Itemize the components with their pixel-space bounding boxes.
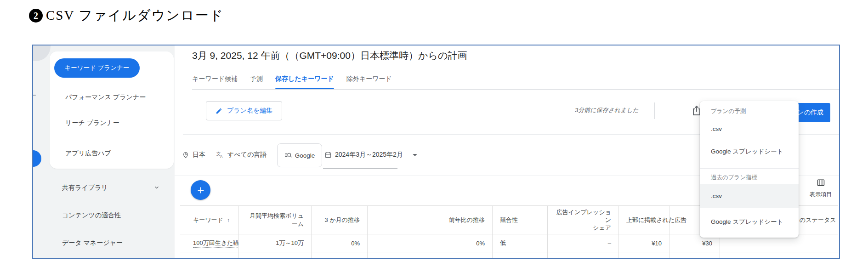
- table-row-partial: [180, 252, 838, 258]
- cell-keyword: 100万回生きた猫: [180, 234, 239, 252]
- tab-keyword-ideas[interactable]: キーワード候補: [192, 68, 238, 89]
- sidebar-item-content-suitability[interactable]: コンテンツの適合性: [62, 210, 121, 221]
- columns-control[interactable]: 表示項目: [803, 179, 838, 199]
- saved-status-text: 3分前に保存されました: [575, 106, 639, 114]
- date-range-selector[interactable]: 2024年3月～2025年2月: [324, 151, 417, 159]
- edit-plan-name-button[interactable]: プラン名を編集: [206, 101, 282, 120]
- col-header-avg-monthly-searches[interactable]: 月間平均検索ボリューム: [239, 206, 312, 234]
- network-selector[interactable]: Google: [277, 143, 322, 167]
- add-keywords-button[interactable]: [191, 180, 210, 200]
- keyword-link[interactable]: 100万回生きた猫: [193, 239, 239, 248]
- export-menu-item-historical-csv[interactable]: .csv: [700, 184, 799, 208]
- translate-icon: 文 A: [216, 151, 224, 159]
- export-menu: プランの予測 .csv Google スプレッドシート 過去のプラン指標 .cs…: [700, 101, 799, 238]
- location-filter[interactable]: 日本: [182, 151, 205, 159]
- sidebar-item-performance-planner[interactable]: パフォーマンス プランナー: [65, 91, 146, 102]
- tab-bar: キーワード候補 予測 保存したキーワード 除外キーワード: [192, 68, 839, 90]
- create-campaign-label-visible: ンの作成: [797, 108, 830, 117]
- col-header-ad-impression-share[interactable]: 広告インプレッション シェア: [548, 206, 619, 234]
- col-header-competition[interactable]: 競合性: [493, 206, 548, 234]
- export-menu-item-forecast-sheets[interactable]: Google スプレッドシート: [700, 142, 799, 162]
- sidebar-item-data-manager[interactable]: データ マネージャー: [62, 237, 123, 248]
- network-selector-label: Google: [295, 152, 315, 159]
- export-menu-item-forecast-csv[interactable]: .csv: [700, 121, 799, 136]
- sidebar-item-reach-planner[interactable]: リーチ プランナー: [65, 117, 119, 128]
- cell-avg-monthly-searches: 1万～10万: [239, 234, 312, 252]
- page-title: 3月 9, 2025, 12 午前（（GMT+09:00）日本標準時）からの計画: [192, 49, 467, 62]
- columns-icon: [817, 179, 825, 187]
- sort-ascending-icon: ↑: [227, 217, 230, 223]
- cell-top-bid-low: ¥10: [619, 234, 669, 252]
- caret-down-icon: [413, 154, 417, 156]
- step-number-badge: 2: [29, 9, 43, 23]
- export-menu-section-plan-forecast: プランの予測: [711, 108, 793, 115]
- cell-3month-change: 0%: [312, 234, 368, 252]
- col-header-keyword[interactable]: キーワード ↑: [180, 206, 239, 234]
- language-filter[interactable]: 文 A すべての言語: [216, 151, 267, 159]
- columns-control-label: 表示項目: [803, 191, 838, 199]
- toolbar-divider: [654, 102, 655, 119]
- location-filter-label: 日本: [193, 151, 205, 159]
- pencil-icon: [216, 108, 222, 114]
- cell-ad-impression-share: –: [548, 234, 619, 252]
- export-menu-divider: [700, 168, 799, 169]
- language-filter-label: すべての言語: [227, 151, 267, 159]
- tab-negative-keywords[interactable]: 除外キーワード: [346, 68, 392, 89]
- tab-saved-keywords[interactable]: 保存したキーワード: [275, 68, 334, 89]
- sidebar-item-app-ads-hub[interactable]: アプリ広告ハブ: [65, 148, 111, 159]
- svg-text:A: A: [220, 155, 223, 159]
- sidebar: ー キーワード プランナー パフォーマンス プランナー リーチ プランナー アプ…: [33, 45, 175, 258]
- col-header-3month-change[interactable]: 3 か月の推移: [312, 206, 368, 234]
- calendar-icon: [324, 151, 332, 159]
- col-header-top-of-page-bid[interactable]: 上部に掲載された広告: [619, 206, 669, 234]
- figure-caption: 2 CSV ファイルダウンロード: [29, 6, 224, 25]
- tab-forecast[interactable]: 予測: [250, 68, 263, 89]
- screenshot-panel: ー キーワード プランナー パフォーマンス プランナー リーチ プランナー アプ…: [32, 45, 840, 259]
- plus-icon: [196, 185, 206, 195]
- sidebar-item-keyword-planner[interactable]: キーワード プランナー: [54, 58, 140, 78]
- edit-plan-name-label: プラン名を編集: [227, 107, 272, 115]
- date-range-underline: [323, 168, 397, 169]
- export-menu-item-historical-sheets[interactable]: Google スプレッドシート: [700, 211, 799, 233]
- cell-yoy-change: 0%: [368, 234, 493, 252]
- sidebar-item-shared-library[interactable]: 共有ライブラリ: [62, 182, 108, 193]
- figure-caption-text: CSV ファイルダウンロード: [46, 6, 224, 25]
- partial-blue-circle: [32, 150, 41, 167]
- cell-competition: 低: [493, 234, 548, 252]
- location-pin-icon: [182, 151, 189, 159]
- col-header-yoy-change[interactable]: 前年比の推移: [368, 206, 493, 234]
- date-range-label: 2024年3月～2025年2月: [335, 151, 403, 159]
- chevron-down-icon: [153, 184, 160, 191]
- decorative-arc: [32, 45, 51, 61]
- export-menu-section-historical-metrics: 過去のプラン指標: [711, 174, 793, 182]
- rail-text-fragment: ー: [32, 91, 36, 100]
- search-network-icon: [284, 152, 292, 159]
- planner-nav-card: キーワード プランナー パフォーマンス プランナー リーチ プランナー アプリ広…: [50, 51, 174, 169]
